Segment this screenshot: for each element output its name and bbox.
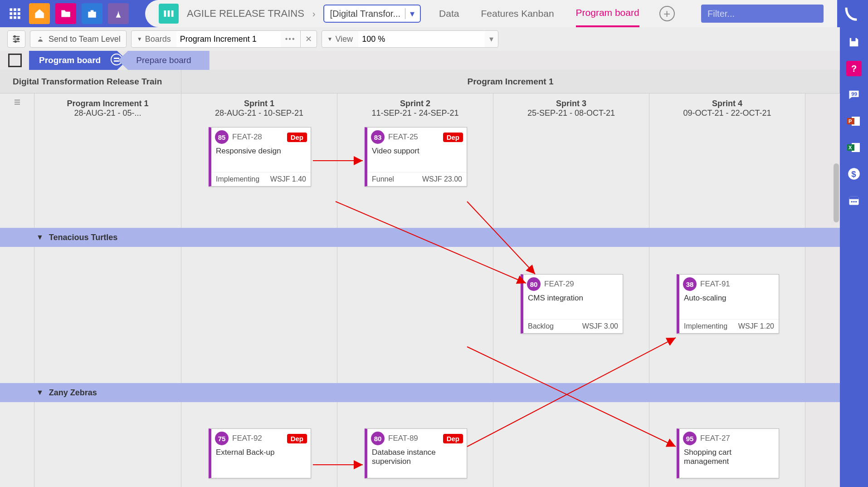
svg-rect-4: [14, 12, 16, 15]
save-icon[interactable]: [846, 34, 862, 50]
subtab-program-board[interactable]: Program board: [29, 51, 127, 70]
svg-point-34: [853, 201, 855, 203]
board-tabs-row: Program board Prepare board: [0, 51, 868, 70]
sprint-header-row: Program Increment 1 28-AUG-21 - 05-... S…: [0, 93, 840, 123]
clear-boards-button[interactable]: ✕: [300, 31, 317, 47]
svg-rect-8: [18, 16, 20, 19]
feature-card-feat-28[interactable]: 85FEAT-28Dep Responsive design Implement…: [209, 127, 311, 187]
tab-program-board[interactable]: Program board: [576, 0, 639, 27]
feature-card-feat-92[interactable]: 75FEAT-92Dep External Back-up: [209, 428, 311, 478]
nav-briefcase-icon[interactable]: [82, 3, 102, 24]
chevron-right-icon: ›: [312, 9, 316, 19]
chevron-down-icon: ▼: [36, 389, 44, 397]
breadcrumb-bar: AGILE RELEASE TRAINS › [Digital Transfor…: [145, 0, 837, 27]
svg-point-13: [17, 38, 19, 40]
svg-rect-7: [14, 16, 16, 19]
view-value[interactable]: [358, 31, 484, 47]
svg-rect-10: [168, 10, 170, 17]
pi-header: Program Increment 1: [181, 70, 840, 93]
export-powerpoint-icon[interactable]: P: [846, 113, 862, 129]
feature-card-feat-89[interactable]: 80FEAT-89Dep Database instance supervisi…: [365, 428, 467, 478]
add-tab-button[interactable]: +: [659, 6, 675, 21]
svg-rect-1: [14, 8, 16, 11]
svg-point-33: [851, 201, 853, 203]
view-label: View: [335, 34, 353, 44]
svg-rect-6: [10, 16, 12, 19]
settings-button[interactable]: [7, 30, 25, 48]
sprint-3-header: Sprint 325-SEP-21 - 08-OCT-21: [493, 93, 649, 123]
tab-features-kanban[interactable]: Features Kanban: [481, 0, 554, 27]
svg-text:99: 99: [851, 91, 857, 97]
vertical-scrollbar[interactable]: [834, 163, 839, 222]
release-train-header: Digital Transformation Release Train: [0, 70, 181, 93]
svg-rect-11: [171, 10, 174, 17]
svg-rect-3: [10, 12, 12, 15]
svg-rect-9: [164, 10, 166, 17]
lane-menu-icon[interactable]: [0, 93, 34, 123]
boards-selector[interactable]: ▼Boards ••• ✕: [131, 30, 317, 48]
svg-point-14: [15, 41, 16, 43]
nav-home-icon[interactable]: [29, 3, 50, 24]
boards-value[interactable]: [176, 31, 281, 47]
program-board: Digital Transformation Release Train Pro…: [0, 70, 840, 487]
board-header: Digital Transformation Release Train Pro…: [0, 70, 840, 93]
view-selector[interactable]: ▼View ▾: [322, 30, 498, 48]
toolbar: Send to Team Level ▼Boards ••• ✕ ▼View ▾: [0, 27, 868, 51]
export-excel-icon[interactable]: X: [846, 140, 862, 155]
svg-point-35: [855, 201, 857, 203]
boards-label: Boards: [145, 34, 171, 44]
selector-value: [Digital Transfor...: [330, 9, 400, 19]
right-sidebar: ? 99 P X $: [840, 27, 868, 487]
svg-text:P: P: [848, 118, 852, 124]
svg-text:$: $: [851, 169, 856, 179]
svg-text:X: X: [848, 145, 852, 150]
sprint-4-header: Sprint 409-OCT-21 - 22-OCT-21: [649, 93, 805, 123]
view-dropdown-icon[interactable]: ▾: [485, 31, 498, 47]
feature-card-feat-91[interactable]: 38FEAT-91 Auto-scaling ImplementingWSJF …: [677, 274, 779, 334]
apps-menu-icon[interactable]: [4, 2, 26, 25]
lane-zany-zebras-header[interactable]: ▼ Zany Zebras: [0, 383, 840, 402]
more-icon[interactable]: •••: [281, 35, 300, 43]
sprint-2-header: Sprint 211-SEP-21 - 24-SEP-21: [337, 93, 493, 123]
left-panel-toggle[interactable]: [8, 54, 22, 67]
feature-card-feat-27[interactable]: 95FEAT-27 Shopping cart management: [677, 428, 779, 478]
product-logo-icon: [837, 5, 864, 23]
calendar-icon[interactable]: [846, 192, 862, 208]
release-train-icon: [159, 4, 179, 24]
svg-rect-2: [18, 8, 20, 11]
svg-text:?: ?: [851, 64, 857, 74]
svg-point-12: [14, 36, 16, 38]
help-icon[interactable]: ?: [846, 61, 862, 76]
comments-icon[interactable]: 99: [846, 87, 862, 103]
tab-data[interactable]: Data: [439, 0, 459, 27]
pi-column-header: Program Increment 1 28-AUG-21 - 05-...: [34, 93, 181, 123]
svg-rect-0: [10, 8, 12, 11]
chevron-down-icon: ▾: [405, 8, 414, 19]
feature-card-feat-29[interactable]: 80FEAT-29 CMS integration BacklogWSJF 3.…: [521, 274, 623, 334]
breadcrumb-title[interactable]: AGILE RELEASE TRAINS: [187, 8, 304, 20]
chevron-down-icon: ▼: [36, 233, 44, 241]
nav-strategy-icon[interactable]: [108, 3, 129, 24]
lane-tenacious-turtles-header[interactable]: ▼ Tenacious Turtles: [0, 228, 840, 247]
send-to-team-button[interactable]: Send to Team Level: [30, 30, 127, 48]
send-to-team-label: Send to Team Level: [49, 34, 121, 44]
sprint-1-header: Sprint 128-AUG-21 - 10-SEP-21: [181, 93, 337, 123]
top-nav: AGILE RELEASE TRAINS › [Digital Transfor…: [0, 0, 868, 27]
cost-icon[interactable]: $: [846, 166, 862, 182]
filter-input[interactable]: [707, 9, 817, 19]
svg-rect-5: [18, 12, 20, 15]
subtab-prepare-board[interactable]: Prepare board: [118, 51, 209, 70]
release-train-selector[interactable]: [Digital Transfor... ▾: [323, 5, 421, 23]
feature-card-feat-25[interactable]: 83FEAT-25Dep Video support FunnelWSJF 23…: [365, 127, 467, 187]
nav-folder-icon[interactable]: [55, 3, 76, 24]
filter-input-wrap[interactable]: [701, 5, 824, 23]
svg-rect-32: [849, 197, 859, 199]
